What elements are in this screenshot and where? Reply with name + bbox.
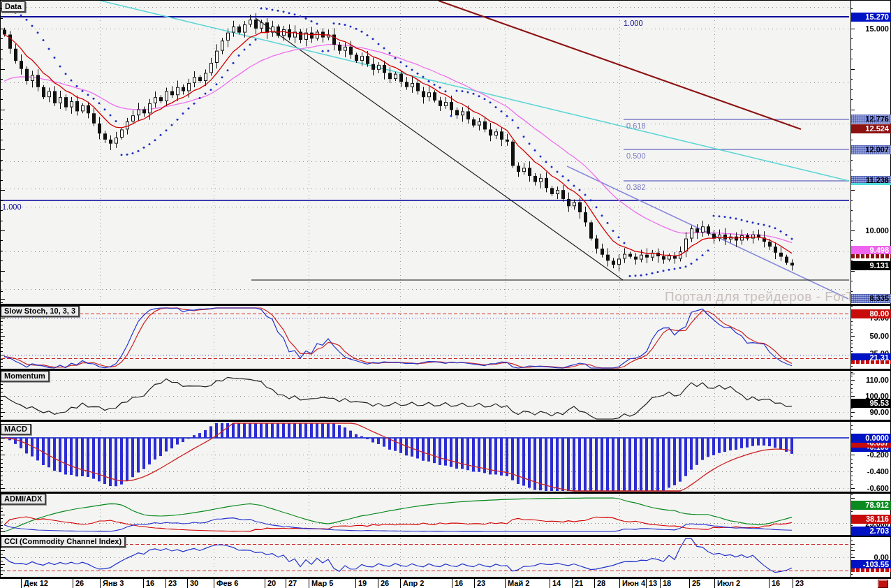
x-axis-label: 26 [378, 579, 389, 588]
panel-tab-adx[interactable]: ADMI/ADX [1, 494, 46, 505]
x-axis-label: Июн 4 [619, 579, 645, 588]
x-axis-label: 23 [793, 579, 804, 588]
axis-export-icon[interactable] [878, 580, 888, 588]
x-axis-label: Май 2 [505, 579, 529, 588]
panel-tab-cci[interactable]: CCI (Commodity Channel Index) [1, 536, 126, 547]
x-axis-label: Мар 5 [309, 579, 333, 588]
panel-tab-macd[interactable]: MACD [1, 424, 31, 435]
x-axis-label: Июл 2 [714, 579, 740, 588]
x-axis-label: 25 [689, 579, 700, 588]
x-axis-label: 26 [73, 579, 84, 588]
price-scale-column: 15.27015.00012.77612.52412.00711.23810.0… [851, 0, 891, 578]
x-axis-label: 23 [165, 579, 177, 588]
x-axis-label: 16 [452, 579, 463, 588]
x-axis-label: 13 [646, 579, 657, 588]
x-axis-label: 16 [769, 579, 780, 588]
fib-level-label: 0.500 [626, 152, 646, 160]
price-scale-chip: 11.238 [851, 176, 891, 185]
x-axis-label: Фев 6 [214, 579, 238, 588]
x-axis-label: 27 [286, 579, 297, 588]
fib-level-label: 1.000 [2, 203, 22, 211]
price-scale-chip: 15.270 [851, 13, 891, 22]
x-axis-label: 19 [355, 579, 367, 588]
price-scale-chip: 9.131 [851, 261, 891, 270]
price-scale-chip: 9.498 [851, 246, 891, 255]
price-scale-chip: 12.524 [851, 124, 891, 133]
price-scale-chip: 8.335 [851, 294, 891, 303]
x-axis-label: Янв 3 [100, 579, 124, 588]
x-axis-label: 30 [187, 579, 198, 588]
fib-level-label: 0.382 [626, 183, 646, 191]
price-scale-chip: 12.776 [851, 115, 891, 124]
x-axis-label: 14 [550, 579, 561, 588]
x-axis: Дек 1226Янв 3162330Фев 62027Мар 51926Апр… [0, 579, 891, 588]
price-scale-chip: 15.000 [851, 24, 891, 34]
price-scale-chip: 78.912 [851, 501, 891, 510]
price-scale-chip: 80.00 [851, 309, 891, 318]
price-scale-chip: -0.400 [851, 467, 891, 476]
price-scale-chip [851, 568, 891, 572]
panel-tab-momentum[interactable]: Momentum [1, 371, 50, 382]
price-scale-chip: 12.007 [851, 145, 891, 154]
panel-tab-stoch[interactable]: Slow Stoch, 10, 3, 3 [1, 306, 80, 317]
x-axis-label: 18 [660, 579, 671, 588]
x-axis-label: 21 [572, 579, 583, 588]
price-scale-chip: 0.0000 [851, 434, 891, 443]
price-scale-chip: 90.00 [851, 408, 891, 417]
price-scale-chip [851, 254, 891, 258]
watermark: Портал для трейдеров - ForTrader.ru [665, 289, 850, 304]
price-scale-chip: 95.53 [851, 399, 891, 408]
chart-window: Data Slow Stoch, 10, 3, 3 Momentum MACD … [0, 0, 891, 588]
fib-level-label: 1.000 [624, 19, 643, 27]
price-scale-chip: 2.703 [851, 527, 891, 536]
price-scale-chip [851, 360, 891, 364]
price-scale-chip: -0.600 [851, 484, 891, 493]
x-axis-label: 20 [265, 579, 276, 588]
panel-tab-data[interactable]: Data [1, 1, 26, 13]
x-axis-label: Апр 2 [400, 579, 424, 588]
price-scale-chip: -103.55 [851, 560, 891, 569]
price-scale-chip: 110.00 [851, 376, 891, 385]
x-axis-label: 28 [594, 579, 605, 588]
x-axis-label: 16 [143, 579, 154, 588]
x-axis-label: Дек 12 [21, 579, 48, 588]
price-scale-chip: 10.000 [851, 226, 891, 235]
x-axis-label: 23 [474, 579, 485, 588]
price-scale-chip: 50.00 [851, 332, 891, 341]
price-scale-chip: 38.116 [851, 515, 891, 524]
fib-level-label: 0.618 [626, 122, 646, 130]
